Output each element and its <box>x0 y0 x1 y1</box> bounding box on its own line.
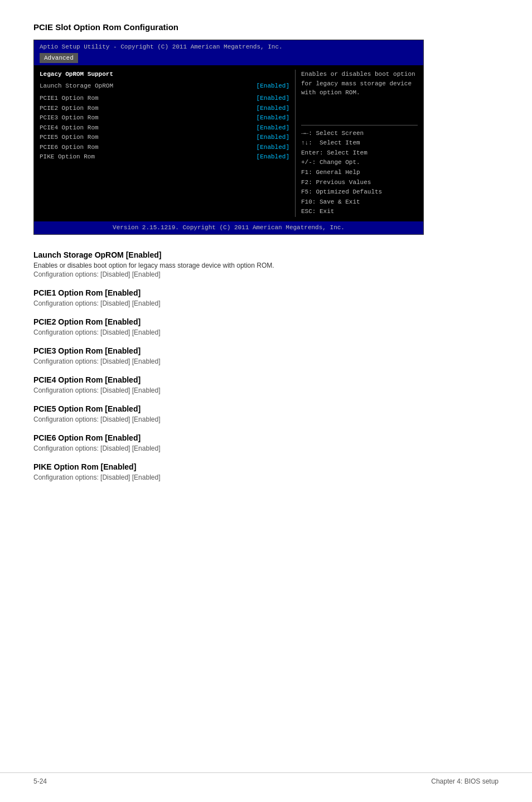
section-launch-storage: Launch Storage OpROM [Enabled]Enables or… <box>33 250 499 278</box>
section-pcie5: PCIE5 Option Rom [Enabled]Configuration … <box>33 404 499 423</box>
section-pike: PIKE Option Rom [Enabled]Configuration o… <box>33 462 499 481</box>
bios-key-item: F2: Previous Values <box>301 178 418 188</box>
footer-right: Chapter 4: BIOS setup <box>431 777 499 785</box>
bios-body: Legacy OpROM Support Launch Storage OpRO… <box>34 65 423 221</box>
bios-row-label: PIKE Option Rom <box>40 152 95 162</box>
bios-key-item: F10: Save & Exit <box>301 197 418 207</box>
section-config: Configuration options: [Disabled] [Enabl… <box>33 474 499 481</box>
section-config: Configuration options: [Disabled] [Enabl… <box>33 416 499 423</box>
bios-row-value: [Enabled] <box>257 152 289 162</box>
bios-key-item: F5: Optimized Defaults <box>301 187 418 197</box>
bios-row-value: [Enabled] <box>257 123 289 133</box>
sections-container: Launch Storage OpROM [Enabled]Enables or… <box>33 250 499 481</box>
bios-row-value: [Enabled] <box>257 104 289 113</box>
bios-row-value: [Enabled] <box>257 133 289 142</box>
section-config: Configuration options: [Disabled] [Enabl… <box>33 386 499 394</box>
section-config: Configuration options: [Disabled] [Enabl… <box>33 328 499 336</box>
bios-key-item: ESC: Exit <box>301 207 418 217</box>
bios-row-pcie3: PCIE3 Option Rom [Enabled] <box>40 113 289 123</box>
bios-row-label: Launch Storage OpROM <box>40 81 113 91</box>
page-title: PCIE Slot Option Rom Configuration <box>33 22 499 32</box>
bios-row-label: PCIE3 Option Rom <box>40 113 99 123</box>
bios-section-label: Legacy OpROM Support <box>40 70 289 79</box>
section-config: Configuration options: [Disabled] [Enabl… <box>33 445 499 452</box>
page-footer: 5-24 Chapter 4: BIOS setup <box>0 772 532 785</box>
bios-left-panel: Legacy OpROM Support Launch Storage OpRO… <box>40 70 295 217</box>
section-pcie1: PCIE1 Option Rom [Enabled]Configuration … <box>33 288 499 307</box>
bios-key-item: +/-: Change Opt. <box>301 158 418 168</box>
section-pcie2: PCIE2 Option Rom [Enabled]Configuration … <box>33 317 499 336</box>
bios-row-pcie1: PCIE1 Option Rom [Enabled] <box>40 94 289 103</box>
bios-key-item: F1: General Help <box>301 168 418 178</box>
bios-key-item: →←: Select Screen <box>301 129 418 139</box>
bios-footer: Version 2.15.1219. Copyright (C) 2011 Am… <box>34 221 423 234</box>
footer-left: 5-24 <box>33 777 47 785</box>
bios-key-item: Enter: Select Item <box>301 148 418 158</box>
bios-row-pcie5: PCIE5 Option Rom [Enabled] <box>40 133 289 142</box>
section-heading: PIKE Option Rom [Enabled] <box>33 462 499 471</box>
section-heading: PCIE1 Option Rom [Enabled] <box>33 288 499 297</box>
section-heading: PCIE3 Option Rom [Enabled] <box>33 346 499 355</box>
bios-row-label: PCIE2 Option Rom <box>40 104 99 113</box>
section-config: Configuration options: [Disabled] [Enabl… <box>33 270 499 278</box>
section-pcie6: PCIE6 Option Rom [Enabled]Configuration … <box>33 433 499 452</box>
section-heading: PCIE6 Option Rom [Enabled] <box>33 433 499 442</box>
bios-row-pcie2: PCIE2 Option Rom [Enabled] <box>40 104 289 113</box>
bios-row-value: [Enabled] <box>257 143 289 152</box>
section-pcie3: PCIE3 Option Rom [Enabled]Configuration … <box>33 346 499 365</box>
bios-key-legend: →←: Select Screen ↑↓: Select Item Enter:… <box>301 125 418 217</box>
bios-row-value: [Enabled] <box>257 113 289 123</box>
section-heading: PCIE4 Option Rom [Enabled] <box>33 375 499 384</box>
section-pcie4: PCIE4 Option Rom [Enabled]Configuration … <box>33 375 499 394</box>
bios-row-label: PCIE4 Option Rom <box>40 123 99 133</box>
section-config: Configuration options: [Disabled] [Enabl… <box>33 299 499 307</box>
section-desc: Enables or disables boot option for lega… <box>33 262 499 269</box>
section-heading: PCIE5 Option Rom [Enabled] <box>33 404 499 413</box>
section-heading: PCIE2 Option Rom [Enabled] <box>33 317 499 326</box>
bios-row-label: PCIE6 Option Rom <box>40 143 99 152</box>
bios-advanced-tab: Advanced <box>40 53 78 64</box>
bios-row-label: PCIE5 Option Rom <box>40 133 99 142</box>
bios-terminal: Aptio Setup Utility - Copyright (C) 2011… <box>33 40 424 235</box>
section-heading: Launch Storage OpROM [Enabled] <box>33 250 499 259</box>
bios-row-launch-storage: Launch Storage OpROM [Enabled] <box>40 81 289 91</box>
bios-row-pike: PIKE Option Rom [Enabled] <box>40 152 289 162</box>
bios-key-item: ↑↓: Select Item <box>301 138 418 148</box>
bios-header: Aptio Setup Utility - Copyright (C) 2011… <box>34 40 423 65</box>
bios-help-text: Enables or disables boot option for lega… <box>301 70 418 98</box>
bios-row-label: PCIE1 Option Rom <box>40 94 99 103</box>
bios-header-text: Aptio Setup Utility - Copyright (C) 2011… <box>40 44 283 50</box>
bios-row-value: [Enabled] <box>257 94 289 103</box>
bios-right-panel: Enables or disables boot option for lega… <box>295 70 418 217</box>
bios-row-value: [Enabled] <box>257 81 289 91</box>
section-config: Configuration options: [Disabled] [Enabl… <box>33 357 499 365</box>
bios-row-pcie6: PCIE6 Option Rom [Enabled] <box>40 143 289 152</box>
bios-row-pcie4: PCIE4 Option Rom [Enabled] <box>40 123 289 133</box>
